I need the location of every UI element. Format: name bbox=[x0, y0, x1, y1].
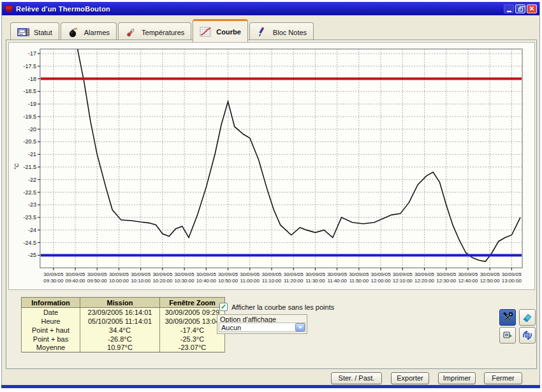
table-row: Point + bas -26.8°C -25.3°C bbox=[22, 335, 225, 344]
x-tick-date: 30/09/05 bbox=[436, 272, 457, 277]
x-tick-date: 30/09/05 bbox=[131, 272, 151, 277]
plot-area[interactable] bbox=[40, 49, 522, 268]
x-tick-date: 30/09/05 bbox=[305, 272, 326, 277]
restore-icon[interactable] bbox=[515, 4, 525, 13]
y-tick-label: -17.5 bbox=[23, 63, 36, 69]
info-table-header: Mission bbox=[80, 298, 160, 308]
table-row: Date 23/09/2005 16:14:01 30/09/2005 09:2… bbox=[22, 308, 225, 317]
x-tick-time: 10:30:00 bbox=[175, 278, 195, 284]
x-tick-time: 10:50:00 bbox=[218, 278, 238, 284]
x-tick-time: 12:20:00 bbox=[414, 278, 435, 284]
tools-icon bbox=[502, 312, 513, 323]
x-tick-date: 30/09/05 bbox=[218, 272, 238, 277]
x-tick-date: 30/09/05 bbox=[175, 272, 195, 277]
tab-statut[interactable]: Statut bbox=[10, 22, 59, 41]
swap-view-button[interactable] bbox=[519, 327, 536, 344]
imprimer-button[interactable]: Imprimer bbox=[438, 372, 476, 384]
y-tick-label: -21 bbox=[28, 151, 36, 157]
y-tick-label: -24.5 bbox=[23, 240, 36, 246]
minimize-icon[interactable] bbox=[504, 4, 514, 13]
app-icon bbox=[4, 4, 13, 13]
x-tick-date: 30/09/05 bbox=[349, 272, 369, 277]
tab-courbe-label: Courbe bbox=[216, 28, 241, 36]
y-tick-label: -20.5 bbox=[23, 138, 36, 145]
x-tick-date: 30/09/05 bbox=[152, 272, 173, 277]
show-curve-checkbox[interactable]: ✓ bbox=[219, 303, 228, 311]
bomb-icon bbox=[68, 27, 80, 38]
x-tick-time: 10:40:00 bbox=[196, 278, 217, 284]
show-curve-checkbox-label: Afficher la courbe sans les points bbox=[231, 303, 334, 311]
x-tick-date: 30/09/05 bbox=[414, 272, 435, 277]
x-tick-time: 11:40:00 bbox=[327, 278, 347, 284]
x-tick-time: 11:30:00 bbox=[305, 278, 325, 284]
temperature-chart[interactable]: -17-17.5-18-18.5-19-19.5-20-20.5-21-21.5… bbox=[8, 42, 535, 290]
y-tick-label: -19.5 bbox=[23, 113, 36, 120]
y-tick-label: -18 bbox=[28, 76, 36, 82]
table-row: Heure 05/10/2005 11:14:01 30/09/2005 13:… bbox=[22, 317, 225, 326]
exporter-button[interactable]: Exporter bbox=[391, 372, 429, 384]
y-tick-label: -19 bbox=[28, 101, 36, 107]
x-tick-time: 10:10:00 bbox=[131, 278, 151, 284]
tab-alarmes[interactable]: Alarmes bbox=[61, 22, 117, 41]
window-bottom-border bbox=[1, 385, 540, 388]
x-tick-time: 11:20:00 bbox=[284, 278, 304, 284]
tab-strip: Statut Alarmes Températures bbox=[10, 18, 314, 41]
y-tick-label: -23 bbox=[28, 201, 36, 208]
x-tick-time: 09:30:00 bbox=[43, 278, 64, 284]
swap-view-icon bbox=[522, 330, 533, 341]
app-window: Relève d'un ThermoBouton ✕ Statut bbox=[1, 2, 540, 385]
close-icon[interactable]: ✕ bbox=[527, 4, 537, 13]
show-curve-checkbox-row: ✓ Afficher la courbe sans les points bbox=[219, 303, 334, 311]
courbe-tab-page: -17-17.5-18-18.5-19-19.5-20-20.5-21-21.5… bbox=[6, 40, 537, 369]
y-tick-label: -21.5 bbox=[23, 164, 36, 170]
x-tick-time: 12:50:00 bbox=[480, 278, 501, 284]
y-tick-label: -22.5 bbox=[23, 189, 36, 196]
eraser-button[interactable] bbox=[519, 309, 536, 326]
table-row: Moyenne 10.97°C -23.07°C bbox=[22, 344, 225, 352]
x-tick-date: 30/09/05 bbox=[87, 272, 108, 277]
x-tick-time: 09:50:00 bbox=[87, 278, 108, 284]
x-tick-time: 11:00:00 bbox=[240, 278, 260, 284]
pen-icon bbox=[256, 27, 268, 38]
x-tick-time: 12:00:00 bbox=[371, 278, 392, 284]
ster-past-button[interactable]: Ster. / Past. bbox=[331, 372, 382, 384]
tab-temperatures[interactable]: Températures bbox=[118, 22, 191, 41]
x-tick-time: 09:40:00 bbox=[66, 278, 86, 284]
y-tick-label: -22 bbox=[28, 177, 36, 183]
display-option-value: Aucun bbox=[219, 324, 295, 331]
tab-statut-label: Statut bbox=[34, 29, 52, 36]
copy-image-icon bbox=[502, 330, 513, 341]
x-tick-date: 30/09/05 bbox=[393, 272, 413, 277]
x-tick-time: 12:10:00 bbox=[393, 278, 413, 284]
tools-button[interactable] bbox=[499, 309, 516, 326]
x-tick-date: 30/09/05 bbox=[458, 272, 478, 277]
copy-image-button[interactable] bbox=[499, 327, 516, 344]
tab-bloc-notes[interactable]: Bloc Notes bbox=[249, 22, 314, 41]
status-panel-icon bbox=[17, 27, 29, 38]
x-tick-time: 11:10:00 bbox=[262, 278, 282, 284]
fermer-button[interactable]: Fermer bbox=[484, 372, 522, 384]
y-axis-label: °C bbox=[13, 163, 20, 170]
x-tick-time: 12:40:00 bbox=[458, 278, 478, 284]
y-tick-label: -23.5 bbox=[23, 214, 36, 221]
eraser-icon bbox=[522, 312, 533, 323]
x-tick-date: 30/09/05 bbox=[196, 272, 217, 277]
info-table: Information Mission Fenêtre Zoom Date 23… bbox=[21, 297, 225, 352]
display-option-select[interactable]: Aucun bbox=[219, 323, 305, 332]
thermometer-icon bbox=[125, 27, 137, 38]
x-tick-time: 12:30:00 bbox=[436, 278, 457, 284]
x-tick-time: 10:00:00 bbox=[109, 278, 129, 284]
y-tick-label: -24 bbox=[28, 227, 36, 233]
y-tick-label: -17 bbox=[28, 50, 36, 57]
x-tick-time: 13:00:00 bbox=[502, 278, 522, 284]
x-tick-date: 30/09/05 bbox=[371, 272, 392, 277]
title-bar[interactable]: Relève d'un ThermoBouton ✕ bbox=[2, 2, 539, 15]
table-row: Point + haut 34.4°C -17.4°C bbox=[22, 326, 225, 335]
tab-courbe[interactable]: Courbe bbox=[193, 19, 248, 42]
tab-bloc-notes-label: Bloc Notes bbox=[273, 29, 307, 36]
y-tick-label: -25 bbox=[28, 252, 36, 258]
chevron-down-icon[interactable] bbox=[295, 323, 305, 331]
y-tick-label: -18.5 bbox=[23, 88, 36, 94]
x-tick-date: 30/09/05 bbox=[66, 272, 86, 277]
x-tick-time: 10:20:00 bbox=[152, 278, 173, 284]
